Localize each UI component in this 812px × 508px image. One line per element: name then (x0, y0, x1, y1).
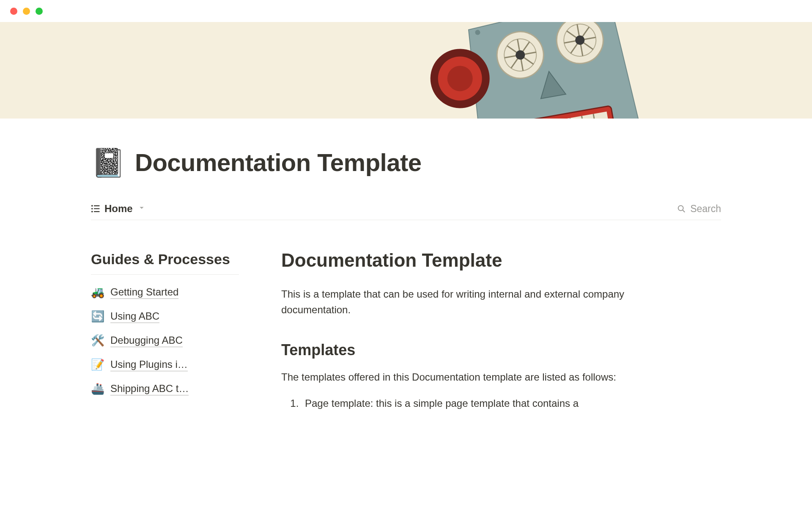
page-emoji-icon[interactable]: 📓 (91, 149, 126, 177)
section-body[interactable]: The templates offered in this Documentat… (281, 369, 683, 385)
list-view-icon (91, 204, 100, 213)
page-cover-image[interactable] (0, 22, 812, 119)
section-heading-templates[interactable]: Templates (281, 341, 683, 359)
templates-list: Page template: this is a simple page tem… (281, 395, 683, 411)
sidebar-item-label: Using ABC (110, 310, 159, 323)
view-selector[interactable]: Home (91, 203, 145, 215)
sidebar-item-label: Getting Started (110, 286, 178, 299)
main-content: Documentation Template This is a templat… (281, 250, 683, 411)
search-icon (677, 204, 686, 213)
sidebar-item-getting-started[interactable]: 🚜 Getting Started (91, 286, 239, 299)
svg-line-36 (683, 210, 685, 212)
sidebar-item-label: Using Plugins i… (110, 359, 188, 371)
doc-title[interactable]: Documentation Template (281, 250, 683, 271)
chevron-down-icon (139, 205, 145, 213)
database-view-bar: Home Search (91, 203, 721, 220)
search-label: Search (690, 203, 721, 215)
svg-rect-34 (94, 211, 100, 212)
svg-rect-30 (94, 205, 100, 206)
list-item[interactable]: Page template: this is a simple page tem… (302, 395, 683, 411)
close-window-button[interactable] (10, 8, 17, 15)
page-title[interactable]: Documentation Template (135, 148, 422, 177)
search-button[interactable]: Search (677, 203, 721, 215)
window-titlebar (0, 0, 812, 22)
sidebar-item-label: Shipping ABC t… (110, 383, 189, 395)
memo-icon: 📝 (91, 358, 104, 371)
minimize-window-button[interactable] (23, 8, 30, 15)
sidebar-item-using-abc[interactable]: 🔄 Using ABC (91, 310, 239, 323)
sidebar-item-using-plugins[interactable]: 📝 Using Plugins i… (91, 358, 239, 371)
tractor-icon: 🚜 (91, 286, 104, 299)
sidebar-item-shipping-abc[interactable]: 🚢 Shipping ABC t… (91, 382, 239, 395)
svg-point-35 (678, 206, 683, 211)
sidebar-item-label: Debugging ABC (110, 334, 183, 347)
robot-illustration (382, 22, 700, 119)
refresh-icon: 🔄 (91, 310, 104, 323)
tools-icon: 🛠️ (91, 334, 104, 347)
ship-icon: 🚢 (91, 382, 104, 395)
maximize-window-button[interactable] (36, 8, 43, 15)
sidebar-item-debugging-abc[interactable]: 🛠️ Debugging ABC (91, 334, 239, 347)
svg-point-31 (91, 208, 93, 210)
doc-intro-paragraph[interactable]: This is a template that can be used for … (281, 286, 683, 318)
sidebar-heading: Guides & Processes (91, 250, 239, 275)
svg-point-29 (91, 205, 93, 207)
svg-rect-32 (94, 208, 100, 209)
svg-point-33 (91, 211, 93, 213)
view-name-label: Home (104, 203, 133, 215)
